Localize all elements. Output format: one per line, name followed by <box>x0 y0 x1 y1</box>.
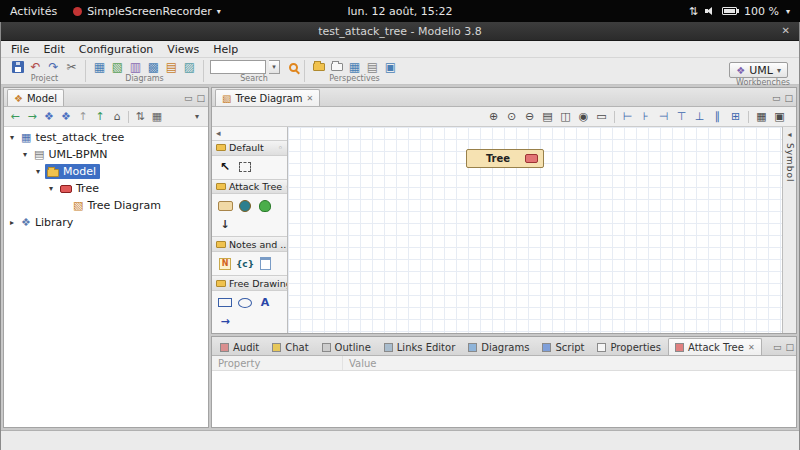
system-tray[interactable]: ⇅ 100 % ▾ <box>689 5 800 18</box>
diagram-canvas[interactable]: Tree <box>288 127 782 333</box>
palette-section-free-drawing[interactable]: Free Drawing ◦ <box>212 275 287 291</box>
menu-views[interactable]: Views <box>160 41 206 57</box>
menu-file[interactable]: File <box>4 41 36 57</box>
show-in-explorer-button[interactable]: ❖ <box>58 109 74 125</box>
tab-tree-diagram[interactable]: ▧ Tree Diagram ✕ <box>215 89 320 106</box>
forward-button[interactable]: → <box>24 109 40 125</box>
usecase-diagram-button[interactable]: ▥ <box>128 60 143 74</box>
redo-button[interactable]: ↷ <box>46 60 61 74</box>
or-node-tool[interactable] <box>237 198 253 213</box>
and-node-tool[interactable] <box>217 198 233 213</box>
constraint-tool[interactable]: {c} <box>237 256 253 271</box>
undo-button[interactable]: ↶ <box>28 60 43 74</box>
palette-section-notes[interactable]: Notes and ... ◦ <box>212 236 287 252</box>
zoom-original-button[interactable]: ⊙ <box>503 109 520 125</box>
tree-item-library[interactable]: ▸ ❖ Library <box>4 214 208 231</box>
expand-symbol-icon[interactable]: ◂ <box>787 130 791 139</box>
tree-item-tree-diagram[interactable]: ▧ Tree Diagram <box>4 197 208 214</box>
save-image-button[interactable]: ◫ <box>557 109 574 125</box>
up-level-button[interactable]: ↑ <box>92 109 108 125</box>
pin-icon[interactable]: ◦ <box>285 182 287 192</box>
tab-audit[interactable]: Audit <box>214 339 265 355</box>
close-tab-icon[interactable]: ✕ <box>748 343 755 352</box>
view-menu-icon[interactable]: ▾ <box>189 109 205 125</box>
workbench-selector[interactable]: ❖ UML ▾ <box>729 62 788 78</box>
external-document-tool[interactable] <box>257 256 273 271</box>
palette-section-default[interactable]: Default ◦ <box>212 140 287 156</box>
sequence-diagram-button[interactable]: ▧ <box>110 60 125 74</box>
back-button[interactable]: ← <box>7 109 23 125</box>
tab-model[interactable]: ❖ Model <box>7 89 64 106</box>
minimize-panel-icon[interactable]: ▭ <box>772 93 781 103</box>
activity-diagram-button[interactable]: ▤ <box>164 60 179 74</box>
twisty-icon[interactable]: ▸ <box>7 218 17 227</box>
app-menu[interactable]: SimpleScreenRecorder ▾ <box>73 5 221 18</box>
matrix-perspective-button[interactable]: ▤ <box>365 60 380 74</box>
rectangle-tool[interactable] <box>217 295 233 310</box>
zoom-in-button[interactable]: ⊕ <box>485 109 502 125</box>
tree-item-tree[interactable]: ▾ Tree <box>4 180 208 197</box>
text-tool[interactable]: A <box>257 295 273 310</box>
state-diagram-button[interactable]: ▩ <box>146 60 161 74</box>
align-center-button[interactable]: ⊦ <box>637 109 654 125</box>
twisty-icon[interactable]: ▾ <box>33 167 43 176</box>
palette-section-attack-tree[interactable]: Attack Tree ◦ <box>212 179 287 195</box>
diagram-node-tree[interactable]: Tree <box>466 149 544 168</box>
print-button[interactable]: ▤ <box>539 109 556 125</box>
marquee-tool[interactable] <box>237 160 253 175</box>
sort-button[interactable]: ⇅ <box>132 109 148 125</box>
pin-icon[interactable]: ◦ <box>278 143 283 153</box>
snap-toggle-button[interactable]: ▣ <box>771 109 788 125</box>
tab-outline[interactable]: Outline <box>316 339 377 355</box>
window-titlebar[interactable]: test_attack_tree - Modelio 3.8 ✕ <box>1 22 799 41</box>
search-input[interactable] <box>210 60 266 74</box>
screenshot-button[interactable]: ◉ <box>575 109 592 125</box>
symbol-sidebar[interactable]: ◂ Symbol <box>782 127 796 333</box>
twisty-icon[interactable]: ▾ <box>7 133 17 142</box>
home-button[interactable]: ⌂ <box>109 109 125 125</box>
leaf-node-tool[interactable] <box>257 198 273 213</box>
tab-diagrams[interactable]: Diagrams <box>462 339 535 355</box>
tree-item-test-attack-tree[interactable]: ▾ ▦ test_attack_tree <box>4 129 208 146</box>
tab-links-editor[interactable]: Links Editor <box>378 339 461 355</box>
related-elements-button[interactable]: ❖ <box>41 109 57 125</box>
ellipse-tool[interactable] <box>237 295 253 310</box>
distribute-button[interactable]: ∥ <box>709 109 726 125</box>
column-value[interactable]: Value <box>342 356 796 370</box>
twisty-icon[interactable]: ▾ <box>46 184 56 193</box>
menu-help[interactable]: Help <box>206 41 245 57</box>
align-right-button[interactable]: ⊣ <box>655 109 672 125</box>
activities-button[interactable]: Activités <box>10 5 57 18</box>
align-left-button[interactable]: ⊢ <box>619 109 636 125</box>
align-bottom-button[interactable]: ⊥ <box>691 109 708 125</box>
browse-perspective-button[interactable] <box>329 60 344 74</box>
minimize-panel-icon[interactable]: ▭ <box>773 342 782 352</box>
menu-edit[interactable]: Edit <box>36 41 71 57</box>
tree-item-uml-bpmn[interactable]: ▾ ▤ UML-BPMN <box>4 146 208 163</box>
tab-chat[interactable]: Chat <box>266 339 314 355</box>
search-history-dropdown[interactable]: ▾ <box>269 60 280 74</box>
window-close-button[interactable]: ✕ <box>782 25 790 36</box>
twisty-icon[interactable]: ▾ <box>20 150 30 159</box>
property-table-body[interactable] <box>212 371 796 427</box>
same-size-button[interactable]: ⊞ <box>727 109 744 125</box>
transition-tool[interactable]: ↓ <box>217 217 233 232</box>
align-top-button[interactable]: ⊤ <box>673 109 690 125</box>
selection-mode-button[interactable]: ▭ <box>593 109 610 125</box>
maximize-panel-icon[interactable]: □ <box>196 93 205 103</box>
tab-script[interactable]: Script <box>536 339 590 355</box>
minimize-panel-icon[interactable]: ▭ <box>184 93 193 103</box>
zoom-out-button[interactable]: ⊖ <box>521 109 538 125</box>
grid-toggle-button[interactable]: ▦ <box>753 109 770 125</box>
save-project-button[interactable] <box>10 60 25 74</box>
selection-tool[interactable]: ↖ <box>217 160 233 175</box>
bpmn-diagram-button[interactable]: ▨ <box>182 60 197 74</box>
collapse-palette-icon[interactable]: ◂ <box>216 128 221 138</box>
column-property[interactable]: Property <box>212 358 342 369</box>
open-perspective-button[interactable] <box>311 60 326 74</box>
close-tab-icon[interactable]: ✕ <box>306 94 313 103</box>
parent-button[interactable]: ↑ <box>75 109 91 125</box>
flat-view-button[interactable]: ▦ <box>149 109 165 125</box>
tree-item-model[interactable]: ▾ Model <box>4 163 208 180</box>
maximize-panel-icon[interactable]: □ <box>784 93 793 103</box>
